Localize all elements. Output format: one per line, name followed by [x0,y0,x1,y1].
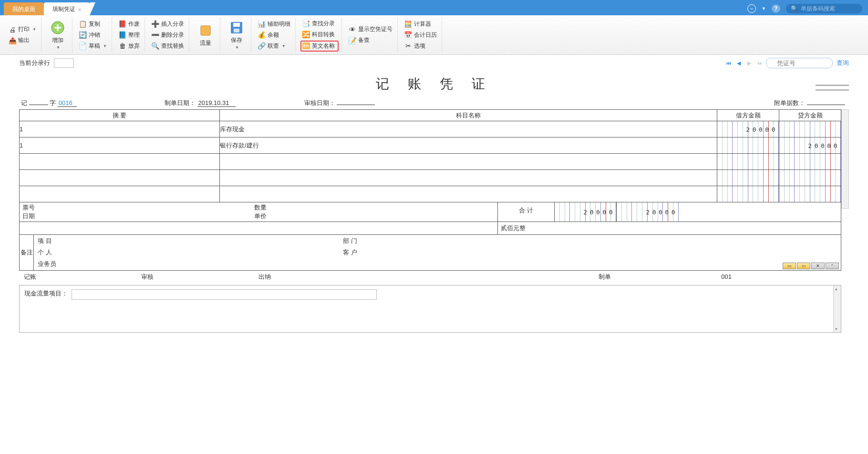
total-label: 合 计 [497,202,555,222]
delete-entry-button[interactable]: ➖删除分录 [150,30,186,40]
doc-title: 记 账 凭 证 [19,71,849,99]
subbar: 当前分录行 ⏮ ◀ ▶ ⏭ 查询 [0,55,868,71]
en-icon: En [302,42,310,49]
link-query-button[interactable]: 🔗联查▼ [256,41,292,51]
tidy-button[interactable]: 📘整理 [117,30,142,40]
mini-btn-1[interactable]: ▭ [783,263,796,269]
barcode-search-input[interactable] [801,5,858,12]
export-button[interactable]: 📤输出 [7,35,38,45]
print-button[interactable]: 🖨打印▼ [7,24,38,34]
attach-count[interactable] [807,105,845,105]
table-row[interactable] [20,170,841,186]
current-row-label: 当前分录行 [19,59,50,67]
offset-icon: 🔄 [79,31,87,39]
query-link[interactable]: 查询 [837,59,849,67]
flow-icon [198,23,213,38]
copy-icon: 📋 [79,20,87,28]
balance-button[interactable]: 💰余额 [256,30,292,40]
col-debit: 借方金额 [717,110,779,121]
options-button[interactable]: ✂选项 [403,41,439,51]
calendar-button[interactable]: 📅会计日历 [403,30,439,40]
nav-first[interactable]: ⏮ [724,59,733,67]
voucher-number[interactable]: 0016 [58,99,77,107]
scrollbar[interactable] [833,285,841,332]
cashflow-panel: 现金流量项目： [19,285,841,333]
doc-header: 记 字 0016 制单日期： 2019.10.31 审核日期： 附单据数： [19,99,849,109]
offset-button[interactable]: 🔄冲销 [77,30,109,40]
add-icon [50,20,65,35]
show-empty-button[interactable]: 👁显示空凭证号 [347,24,394,34]
abandon-button[interactable]: 🗑放弃 [117,41,142,51]
voucher-table: 摘 要 科目名称 借方金额 贷方金额 1库存现金200001银行存款/建行200… [19,109,841,202]
audit-date [337,105,375,105]
mini-btn-4[interactable]: ⌃ [826,263,839,269]
tab-desktop[interactable]: 我的桌面 [4,2,44,15]
save-button[interactable]: 保存▼ [225,18,248,52]
invalidate-icon: 📕 [119,20,126,28]
barcode-search[interactable]: 🔍 [786,4,862,13]
remark-row: 备注 项 目部 门 个 人客 户 业务员 ▭ ▭ ✕ ⌃ [19,235,841,271]
nav-prev[interactable]: ◀ [734,59,743,67]
balance-icon: 💰 [258,31,266,39]
ribbon: 🖨打印▼ 📤输出 增加▼ 📋复制 🔄冲销 📄草稿▼ 📕作废 📘整理 🗑放弃 ➕插… [0,15,868,55]
table-row[interactable]: 1银行存款/建行20000 [20,137,841,154]
col-summary: 摘 要 [20,110,220,121]
current-row-input[interactable] [54,58,74,68]
amount-in-words: 贰佰元整 [497,222,841,234]
voucher-no-input[interactable] [766,58,833,68]
svg-rect-1 [201,26,210,35]
showempty-icon: 👁 [349,26,356,33]
insert-icon: ➕ [152,20,159,28]
export-icon: 📤 [9,37,16,44]
col-credit: 贷方金额 [779,110,841,121]
aux-detail-button[interactable]: 📊辅助明细 [256,19,292,29]
table-row[interactable] [20,154,841,170]
find-replace-button[interactable]: 🔍查找替换 [150,41,186,51]
printer-icon: 🖨 [9,26,16,33]
find-entry-button[interactable]: 📑查找分录 [300,19,339,29]
header-decoration [816,84,849,90]
invalidate-button[interactable]: 📕作废 [117,19,142,29]
english-name-button[interactable]: En英文名称 [300,41,339,52]
dropdown-icon[interactable]: ▼ [762,6,766,11]
svg-rect-3 [233,23,240,27]
calculator-button[interactable]: 🧮计算器 [403,19,439,29]
aux-icon: 📊 [258,20,266,28]
subject-convert-button[interactable]: 🔀科目转换 [300,30,339,40]
make-date[interactable]: 2019.10.31 [197,99,236,107]
findentry-icon: 📑 [302,20,310,27]
table-row[interactable] [20,186,841,202]
tab-voucher[interactable]: 填制凭证× [44,2,90,15]
delete-icon: ➖ [152,31,159,39]
search-icon: 🔍 [791,5,798,12]
table-row[interactable]: 1库存现金20000 [20,121,841,137]
help-icon[interactable]: ? [772,4,780,13]
cashflow-input[interactable] [72,289,377,300]
smiley-icon[interactable]: ⌣ [747,4,756,13]
options-icon: ✂ [404,42,412,50]
draft-icon: 📄 [79,42,87,50]
close-icon[interactable]: × [78,7,81,12]
nav-next[interactable]: ▶ [745,59,754,67]
draft-button[interactable]: 📄草稿▼ [77,41,109,51]
col-subject: 科目名称 [220,110,717,121]
cashflow-label: 现金流量项目： [24,289,68,298]
table-scrollbar[interactable] [841,109,849,209]
link-icon: 🔗 [258,42,266,50]
save-icon [229,20,244,35]
calendar-icon: 📅 [404,31,412,39]
mini-btn-2[interactable]: ▭ [797,263,810,269]
calc-icon: 🧮 [404,20,412,28]
insert-entry-button[interactable]: ➕插入分录 [150,19,186,29]
flow-button[interactable]: 流量 [194,18,217,52]
tidy-icon: 📘 [119,31,126,39]
mini-btn-3[interactable]: ✕ [811,263,825,269]
amount-words-row: 贰佰元整 [19,222,841,235]
titlebar: 我的桌面 填制凭证× ⌣ ▼ ? 🔍 [0,0,868,15]
signature-row: 记账 审核 出纳 制单 001 [19,271,841,283]
add-button[interactable]: 增加▼ [46,18,69,52]
memo-icon: 📝 [349,37,356,44]
memo-button[interactable]: 📝备查 [347,35,394,45]
copy-button[interactable]: 📋复制 [77,19,109,29]
nav-last[interactable]: ⏭ [755,59,764,67]
